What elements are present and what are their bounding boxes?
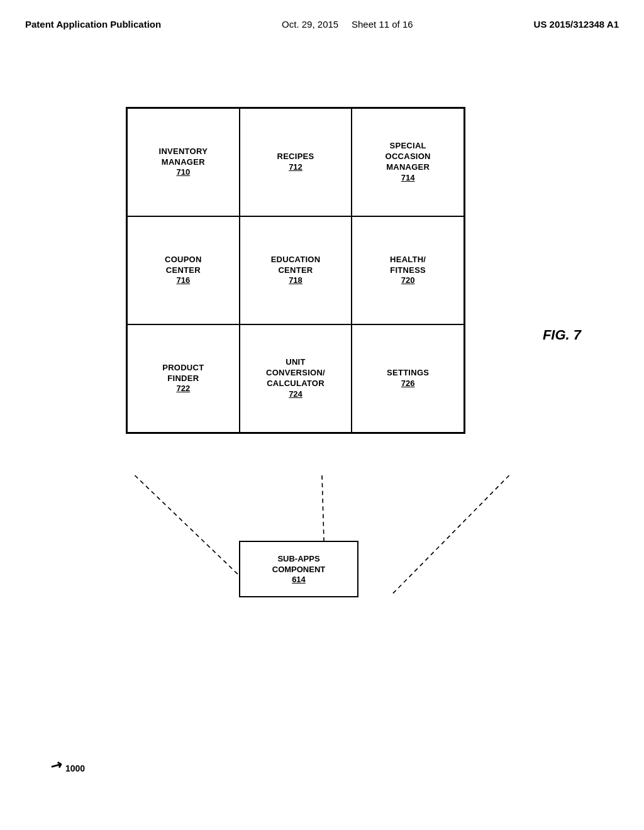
cell-product-finder: PRODUCTFINDER 722 (127, 324, 240, 433)
cell-number-special: 714 (401, 173, 415, 184)
cell-coupon-center: COUPONCENTER 716 (127, 216, 240, 324)
cell-number-education: 718 (289, 275, 303, 286)
cell-health-fitness: HEALTH/FITNESS 720 (352, 216, 464, 324)
publication-label: Patent Application Publication (25, 18, 161, 31)
cell-number-recipes: 712 (289, 162, 303, 173)
cell-label-settings: SETTINGS (387, 368, 429, 379)
header-center: Oct. 29, 2015 Sheet 11 of 16 (282, 18, 413, 31)
cell-label-special: SPECIALOCCASIONMANAGER (386, 141, 431, 173)
cell-special-occasion: SPECIALOCCASIONMANAGER 714 (352, 108, 464, 216)
cell-label-recipes: RECIPES (277, 152, 314, 162)
diagram-area: INVENTORYMANAGER 710 RECIPES 712 SPECIAL… (38, 88, 606, 792)
cell-label-product: PRODUCTFINDER (162, 363, 204, 384)
cell-number-settings: 726 (401, 379, 415, 389)
ref-1000-label: ↗ 1000 (50, 757, 85, 773)
page-header: Patent Application Publication Oct. 29, … (0, 0, 644, 31)
cell-label-coupon: COUPONCENTER (165, 255, 202, 276)
figure-label: FIG. 7 (543, 327, 581, 343)
cell-label-unit: UNITCONVERSION/CALCULATOR (266, 357, 325, 389)
cell-label-education: EDUCATIONCENTER (271, 255, 321, 276)
sheet-label: Sheet 11 of 16 (352, 19, 413, 30)
cell-number-product: 722 (176, 384, 190, 394)
cell-recipes: RECIPES 712 (240, 108, 352, 216)
cell-label-health: HEALTH/FITNESS (390, 255, 426, 276)
cell-inventory-manager: INVENTORYMANAGER 710 (127, 108, 240, 216)
subapps-number: 614 (292, 575, 306, 584)
cell-number-coupon: 716 (176, 275, 190, 286)
cell-education-center: EDUCATIONCENTER 718 (240, 216, 352, 324)
subapps-box: SUB-APPSCOMPONENT 614 (239, 541, 358, 597)
subapps-label: SUB-APPSCOMPONENT (272, 554, 326, 575)
cell-number-health: 720 (401, 275, 415, 286)
cell-number-unit: 724 (289, 389, 303, 400)
cell-label-inventory: INVENTORYMANAGER (159, 147, 208, 168)
cell-settings: SETTINGS 726 (352, 324, 464, 433)
ref-1000-arrow: ↗ (47, 755, 65, 775)
date-label: Oct. 29, 2015 (282, 19, 338, 30)
patent-number: US 2015/312348 A1 (534, 18, 619, 31)
cell-unit-conversion: UNITCONVERSION/CALCULATOR 724 (240, 324, 352, 433)
svg-line-1 (391, 475, 509, 595)
ref-1000-number: 1000 (65, 763, 85, 773)
grid-container: INVENTORYMANAGER 710 RECIPES 712 SPECIAL… (126, 107, 465, 434)
grid-inner: INVENTORYMANAGER 710 RECIPES 712 SPECIAL… (127, 108, 464, 433)
cell-number-inventory: 710 (176, 167, 190, 178)
